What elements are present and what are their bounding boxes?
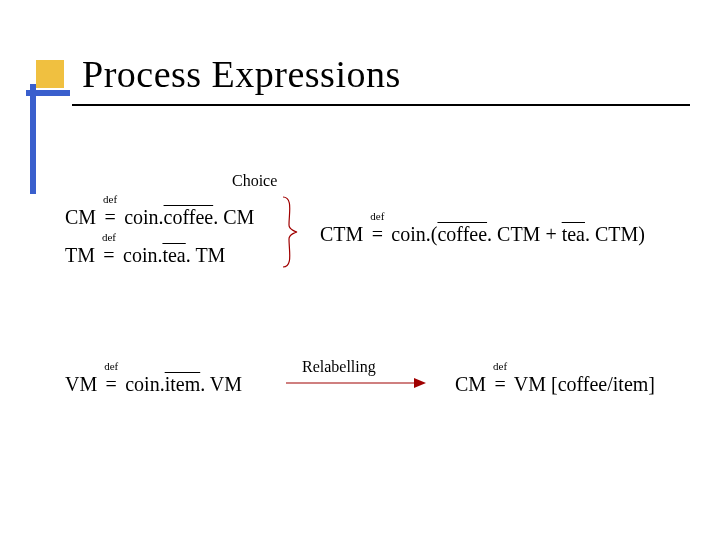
equation-cm-relabel: CM VM [coffee/item] [455, 373, 655, 396]
cm-action: coffee [164, 206, 214, 228]
tm-lhs: TM [65, 244, 95, 266]
brace-icon [281, 195, 299, 269]
slide: Process Expressions Choice CM coin.coffe… [0, 0, 720, 540]
ornament-bar-v [30, 84, 36, 194]
def-eq-icon [368, 223, 386, 246]
arrow-icon [286, 376, 426, 390]
vm-prefix: coin [125, 373, 159, 395]
title-ornament [30, 60, 72, 102]
cm-prefix: coin [124, 206, 158, 228]
ctm-opt1-rhs: CTM [497, 223, 540, 245]
equation-tm: TM coin.tea. TM [65, 244, 225, 267]
def-eq-icon [491, 373, 509, 396]
ctm-opt1-action: coffee [437, 223, 487, 245]
svg-marker-1 [414, 378, 426, 388]
cm-lhs: CM [65, 206, 96, 228]
relabelling-label: Relabelling [302, 358, 376, 376]
tm-rhs: TM [195, 244, 225, 266]
ornament-square [36, 60, 64, 88]
equation-vm: VM coin.item. VM [65, 373, 242, 396]
title-underline [72, 104, 690, 106]
def-eq-icon [100, 244, 118, 267]
ctm-prefix: coin [391, 223, 425, 245]
cm2-body: VM [coffee/item] [514, 373, 655, 395]
vm-rhs: VM [210, 373, 242, 395]
page-title: Process Expressions [82, 52, 401, 96]
tm-action: tea [162, 244, 185, 266]
ctm-lhs: CTM [320, 223, 363, 245]
vm-lhs: VM [65, 373, 97, 395]
equation-ctm: CTM coin.(coffee. CTM + tea. CTM) [320, 223, 645, 246]
tm-prefix: coin [123, 244, 157, 266]
ctm-opt2-action: tea [562, 223, 585, 245]
vm-action: item [165, 373, 201, 395]
def-eq-icon [101, 206, 119, 229]
equation-cm: CM coin.coffee. CM [65, 206, 254, 229]
cm-rhs: CM [223, 206, 254, 228]
choice-label: Choice [232, 172, 277, 190]
ctm-opt2-rhs: CTM [595, 223, 638, 245]
def-eq-icon [102, 373, 120, 396]
cm2-lhs: CM [455, 373, 486, 395]
